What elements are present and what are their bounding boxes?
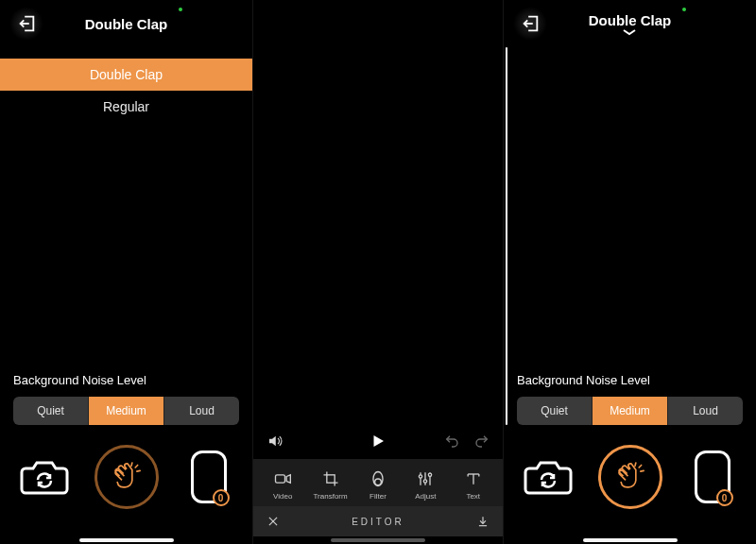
text-icon — [464, 469, 483, 488]
switch-camera-button[interactable] — [18, 455, 71, 499]
exit-icon — [16, 13, 37, 34]
noise-medium[interactable]: Medium — [593, 397, 668, 425]
gallery-count-badge: 0 — [716, 489, 733, 506]
svg-marker-1 — [374, 435, 385, 447]
back-button[interactable] — [513, 7, 547, 41]
svg-point-5 — [375, 479, 382, 485]
close-editor-button[interactable] — [266, 515, 280, 528]
svg-rect-2 — [276, 474, 285, 482]
sound-button[interactable] — [266, 433, 284, 450]
viewfinder-border — [506, 47, 507, 425]
noise-loud[interactable]: Loud — [164, 397, 239, 425]
bottom-bar: 0 — [504, 433, 756, 536]
tool-transform[interactable]: Transform — [310, 469, 352, 501]
tool-transform-label: Transform — [314, 492, 348, 501]
close-icon — [266, 515, 280, 528]
export-button[interactable] — [476, 515, 490, 528]
tool-adjust[interactable]: Adjust — [404, 469, 446, 501]
back-button[interactable] — [9, 7, 43, 41]
switch-camera-icon — [20, 457, 69, 497]
editor-bottom-row: EDITOR — [253, 506, 503, 536]
gallery-frame-icon: 0 — [695, 450, 730, 503]
clap-icon — [108, 458, 146, 496]
chevron-down-icon[interactable] — [621, 28, 638, 36]
home-indicator[interactable] — [79, 538, 174, 542]
screen3-title: Double Clap — [589, 12, 672, 28]
redo-icon — [474, 434, 490, 449]
tool-adjust-label: Adjust — [415, 492, 436, 501]
redo-button[interactable] — [474, 434, 490, 449]
capture-button[interactable] — [94, 445, 159, 509]
noise-section: Background Noise Level Quiet Medium Loud — [0, 373, 252, 425]
video-icon — [273, 469, 292, 488]
tool-filter-label: Filter — [369, 492, 387, 501]
screen1-header: Double Clap — [0, 0, 252, 47]
screen3-header: Double Clap — [504, 0, 756, 47]
gallery-button[interactable]: 0 — [686, 455, 739, 499]
gallery-button[interactable]: 0 — [182, 455, 235, 499]
tool-text[interactable]: Text — [453, 469, 494, 501]
noise-loud[interactable]: Loud — [668, 397, 743, 425]
clap-icon — [611, 458, 649, 496]
svg-marker-3 — [286, 474, 290, 482]
tool-filter[interactable]: Filter — [357, 469, 399, 501]
screen1-title: Double Clap — [85, 16, 168, 32]
editor-preview — [253, 0, 503, 434]
option-regular[interactable]: Regular — [0, 91, 252, 123]
tool-video-label: Video — [273, 492, 292, 501]
filter-icon — [369, 469, 387, 488]
svg-point-11 — [429, 473, 432, 476]
adjust-icon — [416, 469, 435, 488]
exit-icon — [520, 13, 541, 34]
noise-quiet[interactable]: Quiet — [13, 397, 89, 425]
tool-video[interactable]: Video — [262, 469, 303, 501]
speaker-icon — [266, 433, 284, 450]
home-indicator[interactable] — [331, 538, 425, 542]
noise-section: Background Noise Level Quiet Medium Loud — [504, 373, 756, 425]
tool-text-label: Text — [466, 492, 480, 501]
transform-icon — [321, 469, 340, 488]
gallery-frame-icon: 0 — [191, 450, 227, 503]
download-icon — [476, 515, 490, 528]
undo-button[interactable] — [444, 434, 459, 449]
editor-label: EDITOR — [352, 517, 404, 527]
bottom-bar: 0 — [0, 433, 252, 536]
capture-button[interactable] — [598, 445, 662, 509]
tool-row: Video Transform Filter Adjust Text — [253, 459, 503, 506]
svg-rect-4 — [326, 474, 334, 482]
svg-point-9 — [420, 474, 422, 477]
play-icon — [369, 433, 387, 450]
noise-segmented-control: Quiet Medium Loud — [517, 397, 743, 425]
playback-controls — [253, 425, 503, 457]
noise-label: Background Noise Level — [517, 373, 743, 387]
noise-label: Background Noise Level — [13, 373, 239, 387]
option-double-clap[interactable]: Double Clap — [0, 59, 252, 91]
trigger-options-list: Double Clap Regular — [0, 59, 252, 123]
noise-quiet[interactable]: Quiet — [517, 397, 593, 425]
home-indicator[interactable] — [583, 538, 678, 542]
switch-camera-icon — [524, 457, 573, 497]
play-button[interactable] — [369, 433, 387, 450]
noise-segmented-control: Quiet Medium Loud — [13, 397, 239, 425]
undo-icon — [444, 434, 459, 449]
svg-point-10 — [424, 479, 427, 482]
gallery-count-badge: 0 — [213, 489, 230, 506]
noise-medium[interactable]: Medium — [89, 397, 164, 425]
switch-camera-button[interactable] — [522, 455, 575, 499]
